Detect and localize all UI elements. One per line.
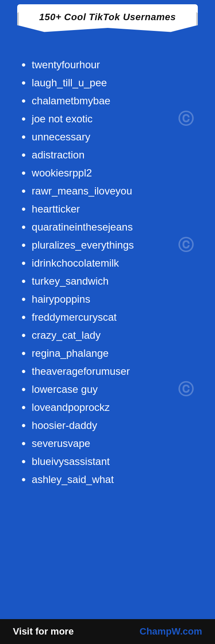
list-item: theaverageforumuser xyxy=(22,362,202,380)
list-item: severusvape xyxy=(22,434,202,453)
username-text: turkey_sandwich xyxy=(32,275,109,287)
list-item: heartticker xyxy=(22,200,202,218)
footer-visit-label: Visit for more xyxy=(13,626,74,637)
username-text: unnecessary xyxy=(32,131,90,143)
username-text: freddymercuryscat xyxy=(32,311,117,323)
tiktok-watermark-icon: ⓒ xyxy=(178,379,194,400)
list-item: unnecessary xyxy=(22,128,202,146)
tiktok-watermark-icon: ⓒ xyxy=(178,235,194,256)
username-text: regina_phalange xyxy=(32,347,109,359)
username-text: pluralizes_everythings xyxy=(32,239,134,251)
username-text: twentyfourhour xyxy=(32,59,100,71)
list-item: rawr_means_iloveyou xyxy=(22,182,202,200)
list-item: regina_phalange xyxy=(22,344,202,362)
list-item: adistraction xyxy=(22,146,202,164)
list-item: pluralizes_everythingsⓒ xyxy=(22,236,202,254)
username-text: laugh_till_u_pee xyxy=(32,77,107,89)
username-text: hairypoppins xyxy=(32,293,90,305)
list-item: ashley_said_what xyxy=(22,471,202,489)
username-text: theaverageforumuser xyxy=(32,365,130,377)
list-item: turkey_sandwich xyxy=(22,272,202,290)
list-item: joe not exoticⓒ xyxy=(22,110,202,128)
list-item: twentyfourhour xyxy=(22,56,202,74)
username-text: blueivysassistant xyxy=(32,456,110,468)
footer-site-label: ChampW.com xyxy=(140,626,202,637)
list-item: hoosier-daddy xyxy=(22,416,202,434)
username-text: loveandpoprockz xyxy=(32,401,110,413)
username-text: quaratineinthesejeans xyxy=(32,221,133,233)
list-item: lowercase guyⓒ xyxy=(22,380,202,398)
username-text: severusvape xyxy=(32,437,90,450)
username-text: adistraction xyxy=(32,149,85,161)
list-item: crazy_cat_lady xyxy=(22,326,202,344)
footer: Visit for more ChampW.com xyxy=(0,619,215,644)
list-item: blueivysassistant xyxy=(22,453,202,471)
list-item: freddymercuryscat xyxy=(22,308,202,326)
username-text: joe not exotic xyxy=(32,113,92,125)
list-item: quaratineinthesejeans xyxy=(22,218,202,236)
username-text: crazy_cat_lady xyxy=(32,329,101,341)
list-item: loveandpoprockz xyxy=(22,398,202,416)
username-text: chalametbmybae xyxy=(32,95,111,107)
username-text: rawr_means_iloveyou xyxy=(32,185,132,197)
list-item: hairypoppins xyxy=(22,290,202,308)
username-text: lowercase guy xyxy=(32,383,98,395)
header-banner: 150+ Cool TikTok Usernames xyxy=(0,0,215,47)
usernames-list: twentyfourhourlaugh_till_u_peechalametbm… xyxy=(0,56,215,619)
list-item: laugh_till_u_pee xyxy=(22,74,202,92)
username-text: idrinkchocolatemilk xyxy=(32,257,119,269)
list-item: wookiesrppl2 xyxy=(22,164,202,182)
list-item: chalametbmybae xyxy=(22,92,202,110)
username-text: hoosier-daddy xyxy=(32,419,97,431)
banner-ribbon: 150+ Cool TikTok Usernames xyxy=(17,4,198,32)
list-item: idrinkchocolatemilk xyxy=(22,254,202,272)
banner-title: 150+ Cool TikTok Usernames xyxy=(39,12,176,22)
username-text: heartticker xyxy=(32,203,80,215)
username-text: wookiesrppl2 xyxy=(32,167,92,179)
username-text: ashley_said_what xyxy=(32,474,114,486)
tiktok-watermark-icon: ⓒ xyxy=(178,109,194,130)
